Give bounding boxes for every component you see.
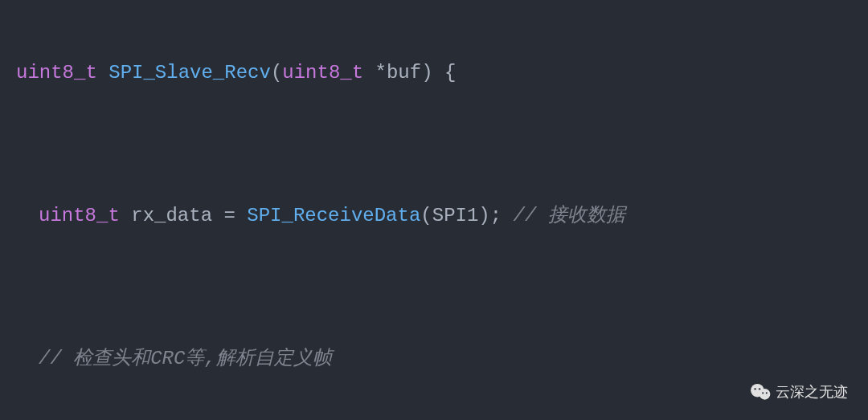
paren-open: ( — [420, 205, 432, 226]
type-keyword: uint8_t — [16, 62, 97, 84]
wechat-icon — [750, 383, 771, 401]
function-call: SPI_ReceiveData — [247, 205, 420, 226]
param-name: buf — [387, 62, 421, 84]
comment: // 检查头和CRC等,解析自定义帧 — [39, 348, 332, 369]
watermark-text: 云深之无迹 — [776, 379, 848, 406]
code-line-blank — [16, 127, 852, 162]
svg-point-2 — [754, 388, 755, 389]
code-line-5: // 检查头和CRC等,解析自定义帧 — [16, 341, 852, 377]
paren-close: ) — [478, 205, 489, 226]
paren-close: ) — [421, 62, 432, 84]
semicolon: ; — [490, 205, 502, 226]
watermark: 云深之无迹 — [750, 379, 848, 406]
code-line-blank — [16, 270, 852, 305]
brace-open: { — [433, 62, 457, 84]
variable-name: rx_data — [131, 205, 212, 226]
svg-point-5 — [766, 393, 768, 394]
function-name: SPI_Slave_Recv — [108, 62, 271, 84]
svg-point-4 — [762, 393, 764, 394]
svg-point-1 — [760, 389, 771, 400]
comment: // 接收数据 — [502, 205, 625, 226]
code-line-1: uint8_t SPI_Slave_Recv(uint8_t *buf) { — [16, 55, 852, 91]
code-line-3: uint8_t rx_data = SPI_ReceiveData(SPI1);… — [16, 198, 852, 234]
code-block: uint8_t SPI_Slave_Recv(uint8_t *buf) { u… — [16, 20, 852, 420]
pointer-star: * — [375, 62, 387, 84]
param-type: uint8_t — [282, 62, 363, 84]
type-keyword: uint8_t — [39, 205, 120, 226]
paren-open: ( — [271, 62, 282, 84]
equals-op: = — [212, 205, 247, 226]
argument: SPI1 — [432, 205, 479, 226]
code-line-6: if(CheckFrame(&rx_data)) { — [16, 412, 852, 420]
svg-point-3 — [759, 388, 760, 389]
